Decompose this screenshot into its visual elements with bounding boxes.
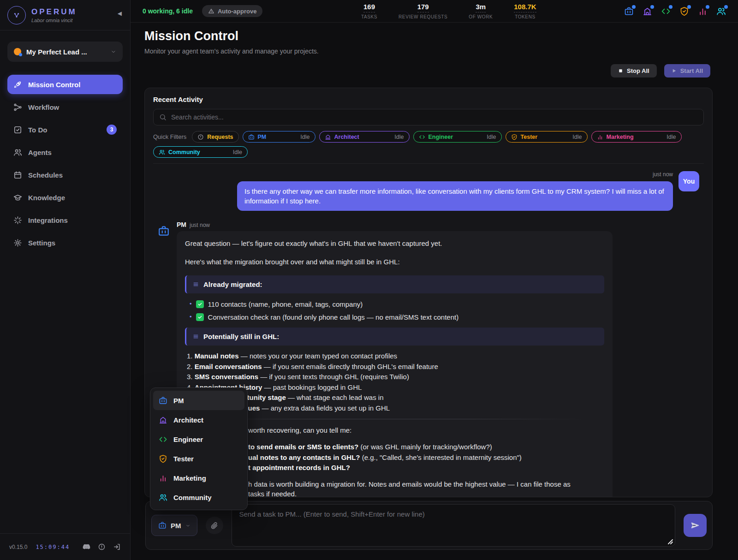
list-item: • 110 contacts (name, phone, email, tags… — [190, 299, 604, 309]
send-icon — [690, 520, 700, 530]
dropdown-item-marketing[interactable]: Marketing — [153, 468, 244, 488]
spark-icon — [13, 216, 22, 225]
sidebar-item-label: Settings — [28, 239, 55, 247]
sidebar-item-label: Integrations — [28, 216, 68, 224]
list-lines-icon — [193, 281, 199, 287]
stat-value: 3m — [476, 3, 486, 12]
dropdown-item-label: Architect — [173, 416, 203, 424]
chip-label: PM — [258, 134, 267, 140]
brand-name: OPERUM — [31, 7, 77, 17]
discord-icon[interactable] — [83, 543, 90, 551]
user-message-bubble: Is there any other way we can trasfer mo… — [237, 181, 673, 211]
partially-covered-text: worth recovering, can you tell me: to se… — [185, 425, 604, 497]
filter-chip-pm[interactable]: PM Idle — [243, 131, 315, 143]
message-divider — [203, 419, 586, 419]
workflow-icon — [13, 103, 22, 112]
auto-approve-toggle[interactable]: Auto-approve — [202, 5, 263, 17]
play-icon — [672, 68, 677, 73]
agent-status-icons — [624, 6, 726, 16]
sidebar-collapse-icon[interactable]: ◀ — [118, 10, 122, 17]
filter-chip-requests[interactable]: Requests — [192, 131, 238, 143]
filter-chip-architect[interactable]: Architect Idle — [319, 131, 410, 143]
sidebar-item-agents[interactable]: Agents — [7, 143, 123, 162]
auto-approve-label: Auto-approve — [218, 8, 257, 15]
list-item-text: Conversation check ran (found only phone… — [208, 312, 459, 322]
sidebar-item-settings[interactable]: Settings — [7, 233, 123, 252]
logout-icon[interactable] — [113, 543, 121, 551]
brand-tagline: Labor omnia vincit — [31, 18, 77, 23]
project-selector[interactable]: My Perfect Lead ... — [7, 42, 123, 62]
start-all-button[interactable]: Start All — [664, 64, 710, 77]
architect-house-icon[interactable] — [643, 6, 652, 16]
dropdown-item-architect[interactable]: Architect — [153, 410, 244, 429]
brand-header: OPERUM Labor omnia vincit ◀ — [0, 0, 130, 30]
shield-check-icon — [159, 454, 167, 463]
operum-logo-icon — [7, 6, 26, 24]
sidebar-item-todo[interactable]: To Do 3 — [7, 120, 123, 139]
marketing-chart-icon[interactable] — [698, 6, 708, 16]
covered-outro: h data is worth building a migration for… — [248, 479, 604, 497]
sidebar-item-label: Knowledge — [28, 194, 65, 202]
stop-all-label: Stop All — [627, 67, 649, 74]
alert-circle-icon[interactable] — [98, 543, 106, 551]
dropdown-item-community[interactable]: Community — [153, 488, 244, 507]
engineer-code-icon[interactable] — [661, 6, 671, 16]
covered-intro: worth recovering, can you tell me: — [248, 425, 604, 435]
message-timestamp: just now — [653, 171, 673, 178]
chip-status: Idle — [667, 134, 676, 140]
filter-chip-tester[interactable]: Tester Idle — [506, 131, 588, 143]
filter-chip-marketing[interactable]: Marketing Idle — [591, 131, 682, 143]
filter-chip-community[interactable]: Community Idle — [153, 146, 248, 158]
paperclip-icon — [210, 522, 218, 530]
rocket-icon — [13, 80, 22, 89]
calendar-icon — [13, 171, 22, 179]
chip-label: Engineer — [429, 134, 453, 140]
numbered-item: 5. Workflow/opportunity stage — what sta… — [187, 393, 604, 403]
section-header-potentially-still: Potentially still in GHL: — [185, 328, 604, 346]
agents-working-status: 0 working, 6 idle — [143, 7, 193, 15]
users-icon — [159, 493, 167, 502]
migrated-list: • 110 contacts (name, phone, email, tags… — [190, 299, 604, 322]
house-icon — [325, 134, 331, 140]
sidebar-item-schedules[interactable]: Schedules — [7, 165, 123, 185]
filter-chip-engineer[interactable]: Engineer Idle — [413, 131, 502, 143]
list-item-text: 110 contacts (name, phone, email, tags, … — [208, 299, 363, 309]
page-title: Mission Control — [144, 29, 724, 43]
pm-briefcase-icon[interactable] — [624, 6, 634, 16]
ghl-remaining-list: 1. Manual notes — notes you or your team… — [187, 351, 604, 413]
agent-select-button[interactable]: PM — [151, 515, 197, 536]
covered-question: t appointment records in GHL? — [248, 463, 604, 473]
stop-all-button[interactable]: Stop All — [611, 64, 657, 77]
sidebar-item-workflow[interactable]: Workflow — [7, 97, 123, 117]
app-root: OPERUM Labor omnia vincit ◀ My Perfect L… — [0, 0, 738, 560]
briefcase-icon — [159, 396, 167, 405]
sidebar-item-knowledge[interactable]: Knowledge — [7, 188, 123, 207]
bullet-dot: • — [190, 300, 192, 308]
dropdown-item-engineer[interactable]: Engineer — [153, 429, 244, 449]
dropdown-item-tester[interactable]: Tester — [153, 449, 244, 468]
global-actions: Stop All Start All — [131, 55, 738, 77]
dropdown-item-label: Community — [173, 494, 212, 501]
users-icon — [159, 149, 165, 155]
attach-file-button[interactable] — [206, 517, 223, 534]
pm-paragraph: Great question — let's figure out exactl… — [185, 238, 604, 248]
search-input[interactable] — [171, 113, 698, 121]
numbered-item: 2. Email conversations — if you sent ema… — [187, 362, 604, 372]
green-check-icon — [196, 313, 204, 321]
covered-question: to send emails or SMS to clients? (or wa… — [248, 442, 604, 452]
stats-bar: 169 TASKS 179 REVIEW REQUESTS 3m OF WORK… — [361, 3, 536, 19]
dropdown-item-pm[interactable]: PM — [153, 391, 244, 410]
community-users-icon[interactable] — [716, 6, 726, 16]
sidebar-item-integrations[interactable]: Integrations — [7, 210, 123, 230]
sidebar-item-mission-control[interactable]: Mission Control — [7, 75, 123, 94]
graduation-cap-icon — [13, 193, 22, 202]
chip-label: Marketing — [607, 134, 634, 140]
resize-handle[interactable] — [668, 539, 673, 544]
send-button[interactable] — [684, 514, 707, 537]
tester-shield-icon[interactable] — [679, 6, 689, 16]
sidebar-nav: Mission Control Workflow To Do 3 Agents … — [0, 75, 130, 252]
task-message-input[interactable] — [232, 504, 676, 547]
main-area: 0 working, 6 idle Auto-approve 169 TASKS… — [131, 0, 738, 560]
clock-icon — [197, 134, 204, 140]
sidebar-item-label: To Do — [28, 126, 47, 134]
